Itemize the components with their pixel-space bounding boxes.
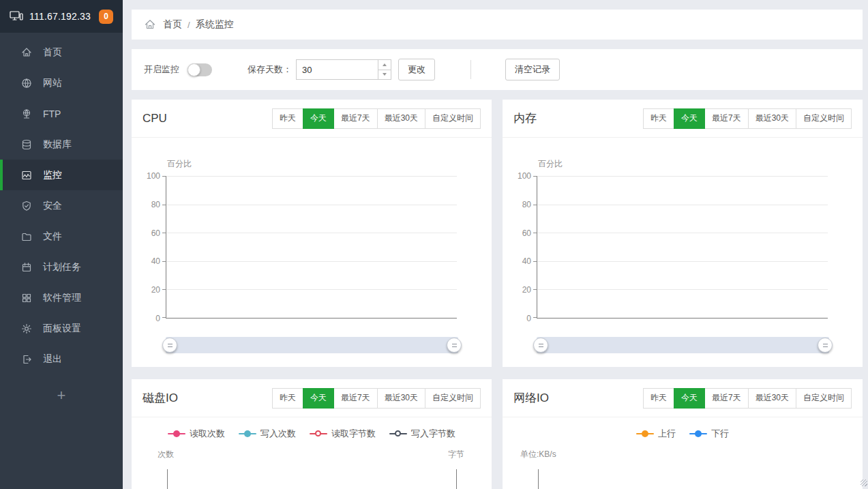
memory-chart: 100 80 60 40 20 0 bbox=[503, 176, 863, 318]
save-days-label: 保存天数： bbox=[248, 63, 292, 76]
y-tick: 20 bbox=[522, 285, 531, 295]
network-io-panel: 网络IO 昨天 今天 最近7天 最近30天 自定义时间 上行 bbox=[503, 379, 863, 489]
time-range-group: 昨天 今天 最近7天 最近30天 自定义时间 bbox=[644, 108, 852, 129]
time-btn-yesterday[interactable]: 昨天 bbox=[272, 108, 303, 129]
panel-title: CPU bbox=[143, 112, 167, 125]
sidebar-add-button[interactable]: + bbox=[0, 387, 123, 404]
time-btn-30days[interactable]: 最近30天 bbox=[377, 108, 425, 129]
plot-area bbox=[537, 176, 828, 318]
grip-icon bbox=[168, 344, 173, 347]
left-axis-unit: 次数 bbox=[158, 449, 174, 460]
sidebar-item-ftp[interactable]: FTP bbox=[0, 98, 123, 129]
time-btn-30days[interactable]: 最近30天 bbox=[748, 108, 796, 129]
main-content: 首页 / 系统监控 开启监控 保存天数： 更改 清空记录 CPU bbox=[123, 0, 868, 489]
time-btn-today[interactable]: 今天 bbox=[303, 388, 334, 409]
grip-icon bbox=[823, 344, 828, 347]
legend-item-download[interactable]: 下行 bbox=[689, 428, 729, 440]
logout-icon bbox=[20, 353, 32, 365]
time-btn-7days[interactable]: 最近7天 bbox=[704, 388, 749, 409]
clear-records-button[interactable]: 清空记录 bbox=[505, 59, 560, 80]
memory-panel: 内存 昨天 今天 最近7天 最近30天 自定义时间 百分比 100 80 60 bbox=[503, 100, 863, 367]
datazoom-handle-left[interactable] bbox=[162, 338, 177, 353]
sidebar-item-label: 安全 bbox=[43, 200, 62, 212]
grip-icon bbox=[452, 344, 457, 347]
legend-item-upload[interactable]: 上行 bbox=[636, 428, 676, 440]
globe-icon bbox=[20, 77, 32, 89]
sidebar-item-label: 网站 bbox=[43, 77, 62, 89]
disk-io-legend: 读取次数 写入次数 读取字节数 写入字节数 bbox=[132, 428, 492, 439]
y-tick: 80 bbox=[151, 200, 160, 209]
legend-label: 下行 bbox=[711, 428, 729, 440]
resize-grip-icon[interactable] bbox=[860, 479, 867, 486]
time-range-group: 昨天 今天 最近7天 最近30天 自定义时间 bbox=[273, 108, 481, 129]
plot-area bbox=[166, 176, 457, 318]
sidebar-item-security[interactable]: 安全 bbox=[0, 190, 123, 221]
datazoom-slider[interactable] bbox=[537, 337, 829, 353]
y-tick: 100 bbox=[147, 171, 160, 181]
legend-label: 写入次数 bbox=[260, 428, 296, 440]
legend-item-read-count[interactable]: 读取次数 bbox=[168, 428, 225, 440]
time-btn-7days[interactable]: 最近7天 bbox=[333, 108, 378, 129]
network-io-panel-header: 网络IO 昨天 今天 最近7天 最近30天 自定义时间 bbox=[503, 379, 863, 417]
monitor-toggle[interactable] bbox=[188, 63, 212, 76]
y-tick: 40 bbox=[522, 256, 531, 266]
network-io-plot-area bbox=[538, 469, 828, 489]
time-btn-custom[interactable]: 自定义时间 bbox=[425, 108, 481, 129]
sidebar-item-label: 面板设置 bbox=[43, 323, 81, 335]
legend-label: 上行 bbox=[658, 428, 676, 440]
legend-item-write-bytes[interactable]: 写入字节数 bbox=[389, 428, 455, 440]
legend-label: 读取字节数 bbox=[331, 428, 376, 440]
time-btn-30days[interactable]: 最近30天 bbox=[377, 388, 425, 409]
breadcrumb-home-link[interactable]: 首页 bbox=[163, 18, 182, 31]
spinner-down-icon[interactable] bbox=[378, 70, 391, 80]
datazoom-handle-left[interactable] bbox=[533, 338, 548, 353]
time-btn-custom[interactable]: 自定义时间 bbox=[796, 108, 852, 129]
sidebar-item-cron[interactable]: 计划任务 bbox=[0, 252, 123, 282]
sidebar: 111.67.192.33 0 首页 网站 FTP 数据库 监控 bbox=[0, 0, 123, 489]
datazoom-handle-right[interactable] bbox=[447, 338, 462, 353]
sidebar-item-settings[interactable]: 面板设置 bbox=[0, 313, 123, 344]
sidebar-item-label: FTP bbox=[43, 108, 61, 119]
time-btn-today[interactable]: 今天 bbox=[303, 108, 334, 129]
time-btn-30days[interactable]: 最近30天 bbox=[748, 388, 796, 409]
sidebar-item-monitor[interactable]: 监控 bbox=[0, 160, 123, 190]
time-btn-yesterday[interactable]: 昨天 bbox=[272, 388, 303, 409]
left-axis-unit: 单位:KB/s bbox=[520, 449, 556, 460]
panel-title: 磁盘IO bbox=[143, 390, 178, 406]
time-btn-today[interactable]: 今天 bbox=[674, 388, 705, 409]
axis-unit-labels: 次数 字节 bbox=[158, 449, 464, 460]
legend-item-read-bytes[interactable]: 读取字节数 bbox=[310, 428, 376, 440]
legend-marker-icon bbox=[310, 430, 327, 437]
sidebar-item-database[interactable]: 数据库 bbox=[0, 129, 123, 160]
sidebar-item-software[interactable]: 软件管理 bbox=[0, 282, 123, 313]
spinner-up-icon[interactable] bbox=[378, 60, 391, 70]
save-days-field bbox=[296, 59, 391, 80]
save-days-input[interactable] bbox=[297, 60, 378, 79]
sidebar-item-logout[interactable]: 退出 bbox=[0, 344, 123, 374]
server-icon bbox=[10, 10, 23, 23]
time-btn-7days[interactable]: 最近7天 bbox=[333, 388, 378, 409]
time-btn-today[interactable]: 今天 bbox=[674, 108, 705, 129]
breadcrumb-separator: / bbox=[188, 20, 190, 30]
time-btn-custom[interactable]: 自定义时间 bbox=[425, 388, 481, 409]
breadcrumb-home-icon[interactable] bbox=[144, 18, 156, 31]
apply-button[interactable]: 更改 bbox=[398, 59, 435, 80]
legend-item-write-count[interactable]: 写入次数 bbox=[239, 428, 296, 440]
legend-marker-icon bbox=[689, 430, 707, 437]
y-tick: 80 bbox=[522, 200, 531, 209]
disk-io-plot-area bbox=[167, 469, 457, 489]
datazoom-slider[interactable] bbox=[166, 337, 458, 353]
time-btn-custom[interactable]: 自定义时间 bbox=[796, 388, 852, 409]
sidebar-item-sites[interactable]: 网站 bbox=[0, 68, 123, 98]
sidebar-item-home[interactable]: 首页 bbox=[0, 37, 123, 68]
sidebar-item-files[interactable]: 文件 bbox=[0, 221, 123, 252]
time-btn-yesterday[interactable]: 昨天 bbox=[643, 388, 674, 409]
time-btn-yesterday[interactable]: 昨天 bbox=[643, 108, 674, 129]
message-count-badge[interactable]: 0 bbox=[99, 10, 113, 24]
legend-marker-icon bbox=[636, 430, 654, 437]
charts-row-2: 磁盘IO 昨天 今天 最近7天 最近30天 自定义时间 读取次数 bbox=[132, 379, 863, 489]
datazoom-handle-right[interactable] bbox=[818, 338, 833, 353]
time-btn-7days[interactable]: 最近7天 bbox=[704, 108, 749, 129]
panel-title: 网络IO bbox=[513, 390, 549, 406]
legend-label: 读取次数 bbox=[190, 428, 225, 440]
